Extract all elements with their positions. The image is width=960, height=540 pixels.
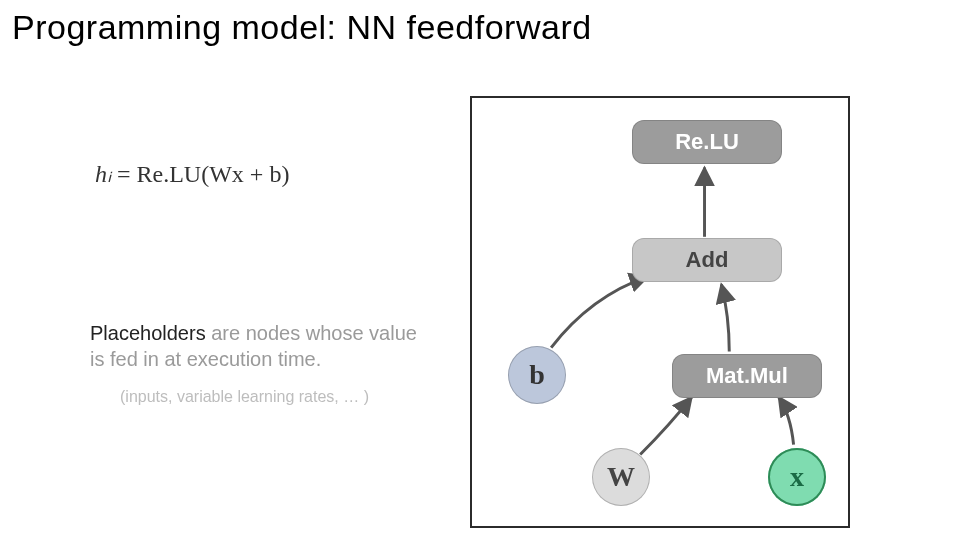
node-add: Add: [632, 238, 782, 282]
equation-rhs: Re.LU(Wx + b): [137, 161, 290, 187]
placeholder-term: Placeholders: [90, 322, 206, 344]
edge-x-matmul: [779, 397, 794, 444]
computation-graph: Re.LU Add Mat.Mul b W x: [470, 96, 850, 528]
slide-title: Programming model: NN feedforward: [12, 8, 592, 47]
equation-equals: =: [117, 161, 137, 187]
node-b: b: [508, 346, 566, 404]
equation: hᵢ = Re.LU(Wx + b): [95, 160, 289, 188]
node-w: W: [592, 448, 650, 506]
node-matmul: Mat.Mul: [672, 354, 822, 398]
equation-lhs: hᵢ: [95, 161, 111, 187]
edge-w-matmul: [640, 397, 691, 454]
edge-matmul-add: [721, 284, 729, 351]
edge-b-add: [551, 276, 648, 347]
node-relu: Re.LU: [632, 120, 782, 164]
node-x: x: [768, 448, 826, 506]
placeholder-examples: (inputs, variable learning rates, … ): [120, 388, 369, 406]
placeholder-description: Placeholders are nodes whose value is fe…: [90, 320, 420, 372]
